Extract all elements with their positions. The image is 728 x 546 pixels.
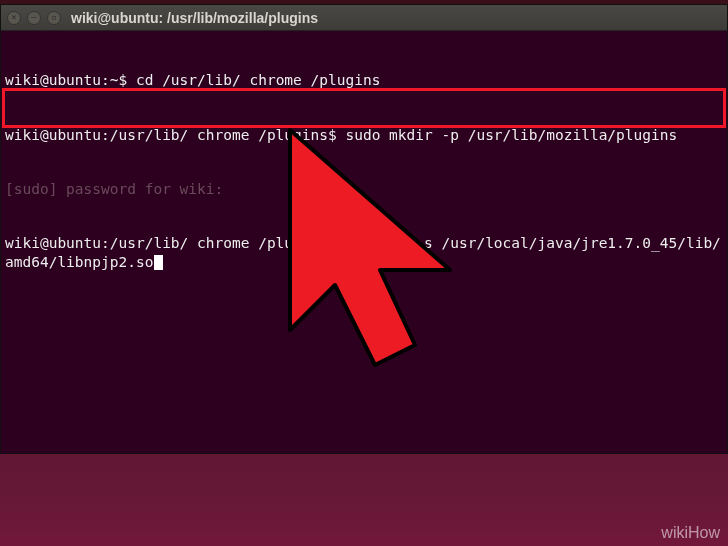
command-text: cd /usr/lib/ chrome /plugins (136, 72, 380, 88)
terminal-window: × – ▫ wiki@ubuntu: /usr/lib/mozilla/plug… (0, 4, 728, 454)
window-title: wiki@ubuntu: /usr/lib/mozilla/plugins (71, 10, 318, 26)
minimize-icon: – (31, 13, 36, 22)
desktop-bottom-gradient (0, 506, 728, 546)
minimize-button[interactable]: – (27, 11, 41, 25)
prompt: wiki@ubuntu:~$ (5, 72, 136, 88)
terminal-body[interactable]: wiki@ubuntu:~$ cd /usr/lib/ chrome /plug… (1, 31, 727, 347)
prompt: wiki@ubuntu:/usr/lib/ chrome /plugins$ (5, 127, 345, 143)
terminal-line: wiki@ubuntu:~$ cd /usr/lib/ chrome /plug… (5, 71, 723, 89)
prompt: wiki@ubuntu:/usr/lib/ chrome /plugins$ (5, 235, 345, 251)
cursor-block (154, 255, 163, 270)
command-text: sudo mkdir -p /usr/lib/mozilla/plugins (345, 127, 677, 143)
maximize-icon: ▫ (51, 13, 56, 22)
window-controls: × – ▫ (7, 11, 61, 25)
watermark-text: wikiHow (661, 524, 720, 542)
maximize-button[interactable]: ▫ (47, 11, 61, 25)
close-icon: × (11, 13, 16, 22)
terminal-line: wiki@ubuntu:/usr/lib/ chrome /plugins$ s… (5, 126, 723, 144)
terminal-line-obscured: [sudo] password for wiki: (5, 180, 723, 198)
close-button[interactable]: × (7, 11, 21, 25)
annotation-highlight-box (2, 88, 726, 128)
terminal-line: wiki@ubuntu:/usr/lib/ chrome /plugins$ s… (5, 234, 723, 270)
titlebar[interactable]: × – ▫ wiki@ubuntu: /usr/lib/mozilla/plug… (1, 5, 727, 31)
